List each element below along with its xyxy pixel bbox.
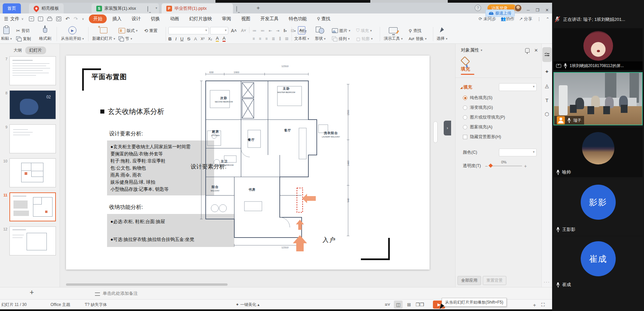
notes-input[interactable]: 单击此处添加备注	[95, 290, 138, 297]
transparency-slider[interactable]: 0%	[490, 165, 522, 166]
zoom-in-button[interactable]: ＋	[532, 302, 537, 308]
slide-11[interactable]: 平面布置图 玄关收纳体系分析 设计要素分析: ●玄关柜主要收纳主人回家后第一时间…	[66, 56, 430, 270]
numbering-icon[interactable]: ≕	[261, 28, 265, 33]
user-avatar[interactable]	[514, 4, 522, 12]
menu-item-开发工具[interactable]: 开发工具	[256, 14, 283, 23]
fill-option-渐变填充(G)[interactable]: 渐变填充(G)	[463, 105, 541, 111]
new-tab-button[interactable]: +	[257, 5, 260, 11]
export-icon[interactable]	[38, 17, 43, 21]
thumbnail-preview[interactable]: 02	[9, 90, 56, 119]
props-close-icon[interactable]: ✕	[534, 48, 538, 53]
tab-docer[interactable]: 稻壳模板	[29, 3, 64, 13]
section-button[interactable]: 节▾	[118, 35, 132, 42]
fill-option-图片或纹理填充(P)[interactable]: 图片或纹理填充(P)	[463, 115, 541, 120]
participant-tile-喻帅[interactable]: 喻帅	[553, 127, 643, 177]
radio-icon[interactable]	[463, 115, 467, 120]
tab-xlsx[interactable]: S 家装预算(1).xlsx	[92, 3, 159, 13]
slide-thumbnail-8[interactable]: 802	[2, 90, 60, 119]
vertical-scrollbar[interactable]	[433, 121, 438, 143]
shadow-button[interactable]: A	[194, 36, 197, 41]
menu-item-动画[interactable]: 动画	[166, 14, 183, 23]
effects-strip-icon[interactable]: ✦	[543, 67, 551, 76]
slide-sorter-button[interactable]: ⊞	[405, 301, 413, 309]
undo-icon[interactable]: ↶	[65, 16, 70, 22]
collapse-ribbon-icon[interactable]: ⌃	[546, 17, 549, 22]
fill-preset-combo[interactable]	[499, 83, 537, 91]
tab-cast-caret[interactable]: ▾	[156, 6, 157, 10]
highlight-button[interactable]: A	[216, 36, 219, 42]
qa-more-caret-icon[interactable]: ∨	[82, 17, 84, 21]
paste-button[interactable]: 粘贴 ▾	[0, 26, 18, 41]
3d-strip-icon[interactable]: ⬡	[543, 110, 551, 119]
properties-strip-icon[interactable]	[542, 47, 552, 62]
subscript-button[interactable]: X₂	[208, 37, 212, 41]
text-strip-icon[interactable]: T	[543, 96, 551, 104]
menu-item-幻灯片放映[interactable]: 幻灯片放映	[185, 14, 216, 23]
font-name-combo[interactable]	[168, 27, 209, 34]
find-button[interactable]: ⚲查找	[409, 27, 421, 34]
align-center-icon[interactable]: ≡	[259, 36, 261, 41]
minimize-button[interactable]: ─	[524, 6, 533, 14]
beautify-button[interactable]: ✦ 一键美化 ▴	[236, 302, 260, 308]
notes-toggle-icon[interactable]: ≡˅	[383, 301, 392, 309]
decrease-font-icon[interactable]: A˅	[241, 27, 246, 34]
tab-pptx[interactable]: P 毕业答辩(1).pptx	[162, 3, 233, 13]
menu-item-审阅[interactable]: 审阅	[217, 14, 235, 23]
apply-all-button[interactable]: 全部应用	[457, 276, 481, 285]
strip-more-icon[interactable]: ···	[542, 279, 552, 284]
help-icon[interactable]: ?	[475, 5, 481, 11]
redo-icon[interactable]: ↷	[74, 16, 78, 22]
transparency-minus-button[interactable]: −	[485, 163, 487, 169]
fill-button[interactable]: ⛉填充▾	[356, 27, 372, 34]
thumbnail-preview[interactable]	[9, 124, 56, 153]
picture-button[interactable]: 图片▾	[332, 27, 350, 34]
collab-button[interactable]: 👥协作	[501, 16, 514, 22]
bold-button[interactable]: B	[168, 36, 172, 41]
bullets-icon[interactable]: ≔	[252, 28, 257, 33]
reading-view-button[interactable]: ❒❒	[415, 301, 424, 309]
play-from-current-button[interactable]: ▶ 从当前开始 ▾	[58, 26, 87, 41]
tab-cast-icon-2[interactable]	[236, 6, 237, 11]
reset-button[interactable]: ⟲重置	[144, 27, 158, 34]
menu-item-开始[interactable]: 开始	[89, 14, 107, 23]
color-combo[interactable]	[499, 149, 537, 156]
copy-button[interactable]: 复制	[16, 35, 31, 42]
arrange-button[interactable]: 排列▾	[332, 35, 350, 42]
radio-icon[interactable]	[463, 125, 467, 129]
props-title-caret-icon[interactable]: ▾	[481, 49, 482, 52]
thumbnail-preview[interactable]	[9, 192, 56, 221]
italic-button[interactable]: I	[175, 36, 177, 41]
fill-option-隐藏背景图形(H)[interactable]: 隐藏背景图形(H)	[463, 134, 541, 140]
more-menu-icon[interactable]: ⋮	[537, 17, 541, 22]
align-objects-icon[interactable]: ⊞	[285, 36, 289, 41]
participant-tile-share[interactable]: 1班刘晓娟20181708112的屏...	[553, 28, 643, 70]
layout-button[interactable]: 版式▾	[118, 27, 138, 34]
select-button[interactable]: 选择 ▾	[434, 26, 450, 41]
present-tools-button[interactable]: 演示工具 ▾	[380, 26, 406, 41]
fill-option-纯色填充(S)[interactable]: 纯色填充(S)	[463, 95, 541, 101]
decrease-indent-icon[interactable]: ⇤	[269, 28, 272, 33]
underline-button[interactable]: U	[180, 36, 184, 41]
close-button[interactable]: ✕	[543, 6, 551, 14]
format-painter-button[interactable]: 格式刷	[36, 26, 54, 41]
shape-strip-icon[interactable]: ◬	[543, 82, 551, 90]
print-preview-icon[interactable]	[56, 17, 61, 21]
fill-section-header[interactable]: 填充	[460, 84, 472, 90]
tab-cast-icon[interactable]	[147, 6, 148, 11]
slide-thumbnail-7[interactable]: 7	[2, 56, 60, 85]
print-icon[interactable]	[47, 18, 52, 21]
sync-status[interactable]: ⟳ 未同步	[479, 16, 496, 22]
textbox-button[interactable]: A≡ 文本框 ▾	[292, 26, 311, 41]
outline-tab[interactable]: 大纲	[13, 48, 22, 53]
theme-label[interactable]: Office 主题	[50, 302, 70, 308]
increase-font-icon[interactable]: A˄	[231, 27, 237, 34]
checkbox-icon[interactable]	[463, 135, 467, 139]
fit-screen-button[interactable]: ⛶	[541, 302, 545, 308]
menu-item-设计[interactable]: 设计	[127, 14, 145, 23]
participant-tile-王影影[interactable]: 影影王影影	[553, 180, 643, 235]
tab-home[interactable]: 首页	[3, 3, 21, 13]
thumbnail-preview[interactable]	[9, 56, 56, 85]
pin-icon[interactable]	[525, 48, 530, 53]
fast-upload-chip[interactable]: 极速上传	[485, 9, 515, 17]
radio-icon[interactable]	[463, 96, 467, 100]
